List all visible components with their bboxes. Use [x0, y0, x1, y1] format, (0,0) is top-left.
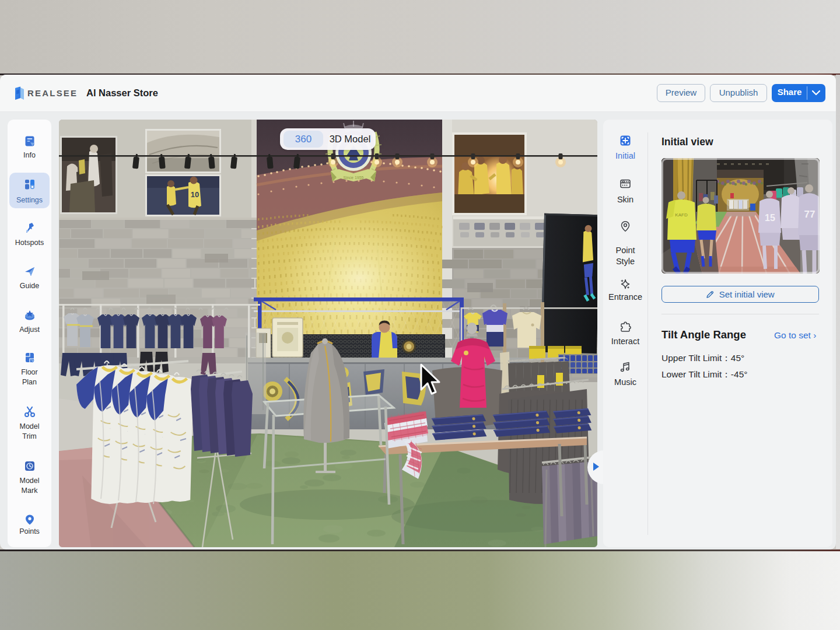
svg-text:KAFD: KAFD	[675, 212, 688, 218]
svg-text:15: 15	[765, 213, 775, 223]
svg-text:77: 77	[804, 209, 816, 220]
